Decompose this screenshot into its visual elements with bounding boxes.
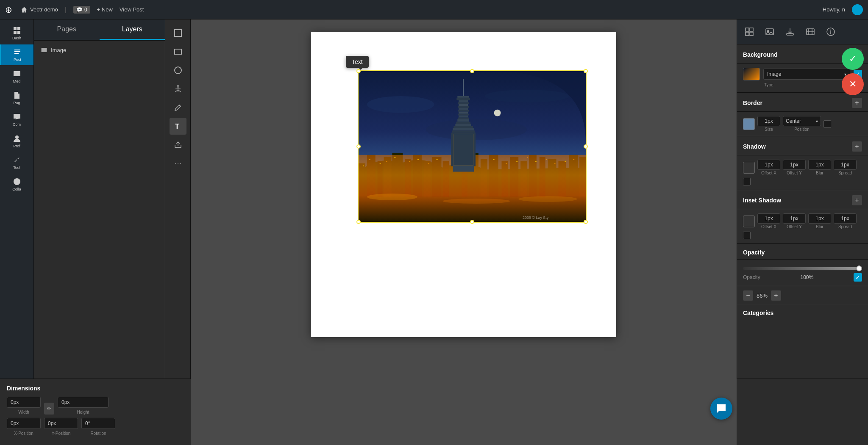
topbar-divider: |	[65, 6, 67, 14]
rp-align-tool[interactable]	[740, 22, 759, 41]
svg-rect-90	[746, 28, 749, 31]
avatar[interactable]	[852, 4, 863, 15]
border-size-input[interactable]	[757, 116, 780, 126]
shadow-blur-field: Blur	[808, 160, 831, 175]
nav-collapse[interactable]: Colla	[0, 174, 33, 195]
add-inset-shadow-btn[interactable]: +	[852, 195, 862, 205]
wp-logo-icon[interactable]: ⊕	[5, 5, 12, 15]
zoom-minus-btn[interactable]: −	[743, 290, 753, 301]
rotation-field: Rotation	[81, 418, 115, 436]
svg-rect-72	[386, 161, 387, 162]
svg-rect-86	[573, 159, 574, 160]
image-content: 2009 © Lay Sty	[359, 71, 586, 222]
border-position-select[interactable]: Center ▾	[783, 116, 821, 126]
handle-top-right[interactable]	[584, 69, 588, 73]
edit-dimensions-btn[interactable]: ✏	[44, 403, 54, 415]
width-input[interactable]	[7, 397, 41, 408]
rotation-input[interactable]	[81, 418, 115, 429]
opacity-slider[interactable]	[743, 267, 862, 270]
site-name[interactable]: Vectr demo	[21, 6, 58, 13]
shadow-color-swatch[interactable]	[743, 162, 755, 174]
shadow-blur-input[interactable]	[808, 160, 831, 170]
tool-rect[interactable]	[170, 43, 186, 60]
svg-rect-56	[458, 114, 469, 116]
nav-posts[interactable]: Post	[0, 44, 33, 65]
confirm-ok-btn[interactable]: ✓	[842, 48, 864, 70]
new-btn[interactable]: + New	[97, 6, 113, 13]
rp-info-tool[interactable]	[821, 22, 840, 41]
rp-image-tool[interactable]	[760, 22, 779, 41]
nav-media[interactable]: Med	[0, 66, 33, 87]
handle-top-left[interactable]	[356, 69, 361, 73]
inset-offset-y-field: Offset Y	[783, 213, 806, 229]
inset-spread-field: Spread	[834, 213, 857, 229]
border-color-swatch[interactable]	[743, 118, 755, 130]
opacity-value: 100%	[800, 274, 813, 280]
handle-bottom-right[interactable]	[584, 220, 588, 224]
tab-layers[interactable]: Layers	[100, 19, 165, 40]
background-thumbnail[interactable]	[743, 68, 760, 80]
svg-rect-49	[459, 100, 468, 102]
inset-spread-input[interactable]	[834, 213, 857, 224]
inset-shadow-enable-checkbox[interactable]	[743, 232, 751, 239]
opacity-slider-container[interactable]	[743, 267, 862, 270]
chat-btn[interactable]	[710, 398, 732, 420]
add-border-btn[interactable]: +	[852, 98, 862, 108]
zoom-plus-btn[interactable]: +	[771, 290, 781, 301]
handle-mid-left[interactable]	[356, 144, 361, 149]
background-section-title: Background	[743, 51, 778, 58]
handle-bottom-mid[interactable]	[470, 220, 474, 224]
svg-rect-10	[175, 30, 181, 36]
opacity-enable-checkbox[interactable]: ✓	[854, 273, 862, 282]
view-post-btn[interactable]: View Post	[120, 6, 144, 13]
list-item[interactable]: Image	[37, 44, 161, 56]
tab-pages[interactable]: Pages	[34, 19, 100, 40]
svg-point-20	[485, 90, 569, 102]
inset-blur-input[interactable]	[808, 213, 831, 224]
inset-offset-y-input[interactable]	[783, 213, 806, 224]
nav-dashboard[interactable]: Dash	[0, 23, 33, 44]
border-enable-checkbox[interactable]	[823, 120, 831, 128]
rp-export-tool[interactable]	[780, 22, 800, 41]
svg-rect-65	[451, 133, 476, 166]
shadow-offset-y-input[interactable]	[783, 160, 806, 170]
nav-pages[interactable]: Pag	[0, 88, 33, 108]
opacity-thumb[interactable]	[856, 265, 862, 271]
shadow-offset-x-input[interactable]	[757, 160, 780, 170]
svg-rect-96	[787, 33, 793, 35]
nav-comments[interactable]: Com	[0, 109, 33, 130]
svg-rect-55	[459, 112, 468, 114]
handle-top-mid[interactable]	[470, 69, 474, 73]
tool-upload[interactable]	[170, 136, 186, 153]
zoom-minus-icon: −	[746, 292, 750, 299]
position-dropdown-icon: ▾	[816, 119, 818, 124]
inset-shadow-color-swatch[interactable]	[743, 216, 755, 227]
comment-btn[interactable]: 💬 0	[73, 6, 90, 14]
tool-select[interactable]	[170, 25, 186, 41]
height-input[interactable]	[58, 397, 108, 408]
shadow-enable-checkbox[interactable]	[743, 178, 751, 185]
add-shadow-btn[interactable]: +	[852, 141, 862, 152]
border-size-field: Size	[757, 116, 780, 132]
new-label: + New	[97, 6, 113, 13]
tool-circle[interactable]	[170, 62, 186, 79]
nav-tools[interactable]: Tool	[0, 152, 33, 173]
background-type-select[interactable]: Image ▾	[763, 69, 850, 80]
inset-spread-label: Spread	[834, 224, 857, 229]
selected-image-element[interactable]: Text	[358, 70, 587, 223]
handle-mid-right[interactable]	[584, 144, 588, 149]
y-input[interactable]	[44, 418, 78, 429]
inset-offset-x-input[interactable]	[757, 213, 780, 224]
nav-profile[interactable]: Prof	[0, 131, 33, 152]
confirm-cancel-btn[interactable]: ✕	[842, 73, 864, 95]
svg-point-88	[443, 199, 510, 204]
tool-text[interactable]: T	[170, 118, 186, 135]
shadow-spread-input[interactable]	[834, 160, 857, 170]
handle-bottom-left[interactable]	[356, 220, 361, 224]
tool-pen[interactable]	[170, 99, 186, 116]
canvas-area[interactable]: Text	[191, 19, 737, 445]
tool-more[interactable]: ⋯	[170, 155, 186, 172]
rp-share-tool[interactable]	[801, 22, 820, 41]
tool-anchor[interactable]	[170, 80, 186, 97]
x-input[interactable]	[7, 418, 41, 429]
